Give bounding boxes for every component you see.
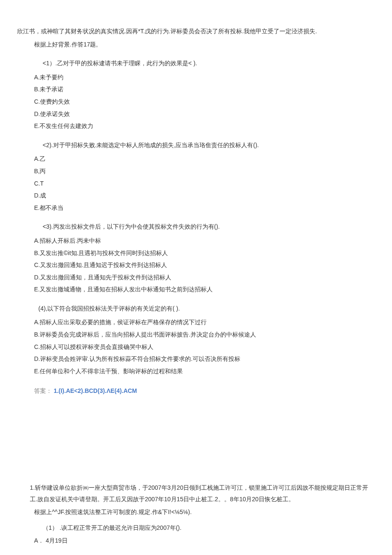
question-2-option-a: A.乙 [17,153,375,165]
question-3-option-e: E.又发出撤城通物，且通知在招标人发出中标通知书之前到达招标人 [17,284,375,295]
question-1-option-a: A.未予要约 [17,72,375,83]
question-2-option-c: C.T [17,178,375,189]
question-4-option-a: A.招标人应出采取必要的措施，侯证评标在严格保存的情况下过行 [17,317,375,328]
question-1-stem: <1）.乙对于甲的投标逮请书未于理睬，此行为的效果是< ). [17,58,375,69]
question-1-option-d: D.使承诺失效 [17,108,375,120]
answer-value: 1.(I).AE<2).BCD(3).ΛE(4).ACM [54,387,137,394]
intro-paragraph-1: 欣江书，或神暄了其财务状况的真实情况.因再*T.戊的行为.评标委员会否决了所有投… [17,26,375,37]
answer-block: 答案： 1.(I).AE<2).BCD(3).ΛE(4).ACM [17,385,375,397]
question-2-option-e: E.都不承当 [17,202,375,214]
answer-label: 答案： [34,387,52,394]
question-2-stem: <2).对于甲招标失败.未能选定中标人所地成的损失,应当承当珞隹责任的投标人有(… [17,139,375,151]
question-4-option-d: D.评标变员会姓评审.认为所有投标蒜不符合招标文件要求的.可以否决所有投标 [17,353,375,365]
question-1-option-e: E.不发生任何去建效力 [17,120,375,132]
question-1-option-b: B.未予承诺 [17,84,375,95]
question-4-stem: (4),以下符合我国招投标法关于评标的有关近定的有( ). [17,303,375,314]
question-2-option-b: B,丙 [17,166,375,177]
question-4-option-c: C.招标人可以授权评标变员会直接确哭中标人 [17,341,375,353]
section-2-paragraph-2: 根据上^^JF.按照速筑法整工许可制度的.规定.作&下I!<⅛5⅛). [17,506,375,518]
question-3-stem: <3).丙发出投标文件后，以下行为中会使其投标文件失效的行为有(). [17,221,375,232]
question-3-option-b: B.又发出推©it知.且遇初与投杯文件同时到达招标人 [17,247,375,259]
question-3-option-a: A.招标人开标后.丙未中标 [17,235,375,247]
intro-paragraph-2: 根据上好背景.作答17题, [17,39,375,50]
question-4-option-b: B.评标委员会完成评标后，应当向招标人提出书面评标披告.并决定台办的中标候途人 [17,329,375,340]
question-4-option-e: E.任何单位和个人不得非法干预、影响评标的过程和结果 [17,366,375,377]
question-3-option-d: D.又发出撤回通知，且通知先于投标文件到达招标人 [17,272,375,283]
section-2-question-1-stem: （1） .诙工程正常开工的最迟允许日期应为2007年(). [17,522,375,534]
section-2-paragraph-1: 1.斩华建设单位欲折㈱一座大型商贸市场，于2007年3月20日领到工栈施工许可江… [17,482,375,505]
section-2-question-1-option-a: A． 4月19日 [17,535,375,546]
question-3-option-c: C.又发出撤回通知.且通知迟于投标文件到达招标人 [17,259,375,271]
question-1-option-c: C.使费妁失效 [17,96,375,108]
question-2-option-d: D.成 [17,190,375,201]
